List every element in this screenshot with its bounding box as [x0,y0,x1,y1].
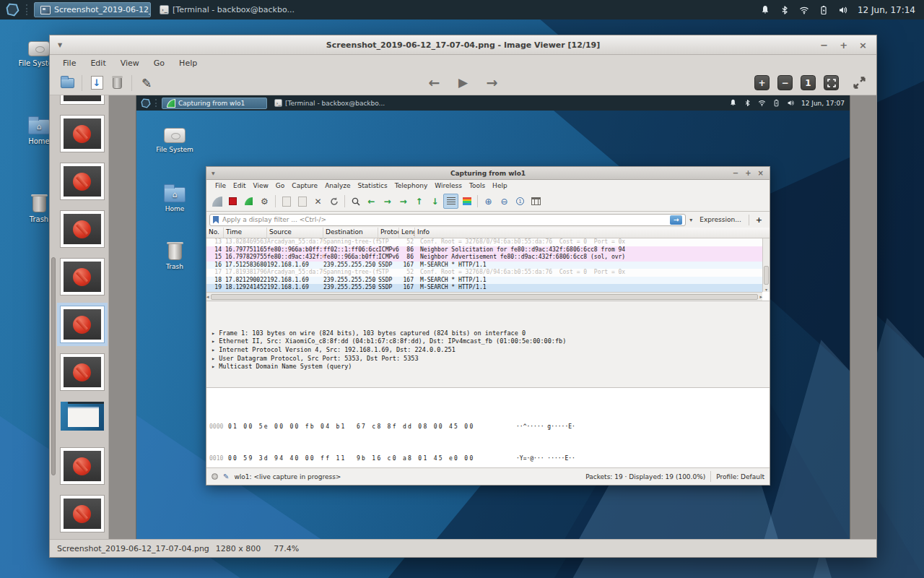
open-file-button [279,194,294,209]
zoom-out-button[interactable]: − [777,75,793,90]
taskbar-button-terminal[interactable]: ›_ [Terminal - backbox@backbo... [154,2,300,17]
broken-thumbnail-icon [73,505,91,523]
packet-row[interactable]: 16 17.512583680 192.168.1.69 239.255.255… [206,262,770,269]
delete-button[interactable] [107,73,127,92]
stop-icon [229,197,237,205]
status-dimensions: 924 x 578 [216,544,261,553]
minimize-button[interactable]: − [820,40,828,51]
apply-filter-button: → [670,215,682,225]
menu-item[interactable]: Edit [83,59,113,68]
capture-status-icon [212,473,218,480]
open-button[interactable] [57,73,77,92]
volume-icon[interactable] [838,5,848,15]
taskbar-button-image-viewer[interactable]: Screenshot_2019-06-12_17-... [34,2,151,17]
window-menu-icon[interactable]: ▼ [50,42,62,48]
close-button: × [758,169,764,177]
menu-item[interactable]: File [56,59,83,68]
thumbnail[interactable] [60,447,105,485]
resize-columns-button [528,194,544,209]
thumbnail[interactable] [60,163,105,200]
next-image-button[interactable]: → [482,73,502,92]
expert-info-icon[interactable]: ✎ [223,473,229,480]
packet-row[interactable]: 17 17.819381796 Arcadyan_55:da:76 Spanni… [206,269,770,277]
packet-detail-row[interactable]: Ethernet II, Src: XiaomiCo_c8:8f:dd (04:… [212,337,770,346]
taskbar-button-label: Screenshot_2019-06-12_17-... [54,5,151,14]
colorize-button [459,194,474,209]
menu-item[interactable]: View [113,59,147,68]
reload-icon [329,197,339,207]
inner-system-tray [729,99,795,107]
profile-text[interactable]: Profile: Default [716,473,764,480]
wireshark-toolbar: ⚙ ✕ ← → → ↑ ↓ [206,191,770,212]
forward-arrow-icon: → [487,73,498,92]
wifi-icon[interactable] [799,5,809,15]
thumbnail[interactable] [60,95,105,105]
up-arrow-icon: ↑ [415,197,422,206]
packet-row[interactable]: 14 16.797751165 fe80::966a:b0ff:fe5… ff0… [206,246,770,254]
packet-row[interactable]: 15 16.797829755 fe80::d9ac:432f:680… fe8… [206,254,770,262]
clock[interactable]: 12 Jun, 17:14 [858,5,915,15]
save-copy-button[interactable]: ↓ [87,73,107,92]
packet-row[interactable]: 13 13.828469563 Arcadyan_55:da:76 Spanni… [206,238,770,246]
thumbnail[interactable] [60,258,105,296]
previous-image-button[interactable]: ← [424,73,445,92]
status-zoom-level: 77.4% [274,544,299,553]
thumbnail[interactable] [60,495,105,532]
packet-detail-row[interactable]: Internet Protocol Version 4, Src: 192.16… [212,346,770,355]
filter-dropdown-icon: ▾ [689,217,692,223]
zoom-fit-button[interactable] [824,75,839,90]
packet-detail-row[interactable]: User Datagram Protocol, Src Port: 5353, … [212,355,770,363]
slideshow-button[interactable]: ▶ [453,73,474,92]
displayed-image: Capturing from wlo1 ›_ [Terminal - backb… [136,95,850,539]
panel-grip [26,4,27,15]
battery-icon[interactable] [819,5,829,15]
zoom-in-button[interactable]: + [754,75,770,90]
inner-taskbar-button-wireshark: Capturing from wlo1 [162,98,267,109]
thumbnail[interactable] [60,353,105,391]
horizontal-scrollbar[interactable]: ◂ ▸ [206,292,762,301]
capture-options-button: ⚙ [257,194,272,209]
desktop: File System ⌂ Home Trash Screenshot_2019… [0,0,924,578]
thumbnail[interactable] [60,115,105,152]
packet-detail-row[interactable]: Frame 1: 103 bytes on wire (824 bits), 1… [212,329,770,338]
maximize-button[interactable]: + [840,40,847,51]
applications-menu-icon[interactable] [6,3,19,17]
zoom-100-button[interactable]: 1 [801,75,816,90]
bluetooth-icon[interactable] [780,5,790,15]
viewer-titlebar[interactable]: ▼ Screenshot_2019-06-12_17-07-04.png - I… [50,35,876,55]
bookmark-icon [213,216,219,224]
fullscreen-button[interactable] [849,73,869,92]
edit-button[interactable]: ✎ [136,73,157,92]
status-filename: Screenshot_2019-06-12_17-07-04.png [57,544,209,553]
packet-row[interactable]: 19 18.129241452 192.168.1.69 239.255.255… [206,284,770,292]
system-tray [760,5,848,15]
close-file-icon: ✕ [314,197,321,206]
inner-clock: 12 Jun, 17:07 [801,100,845,107]
go-to-packet-button: → [396,194,411,209]
packet-row[interactable]: 18 17.821290022 192.168.1.69 239.255.255… [206,277,770,285]
menu-item[interactable]: Help [172,59,204,68]
pencil-icon: ✎ [141,76,152,90]
thumbnail[interactable] [60,210,105,248]
hex-row[interactable]: 000001 00 5e 00 00 fb 04 b1 67 c8 8f dd … [209,423,770,431]
thumbnail[interactable] [60,306,105,343]
close-button[interactable]: × [859,40,867,51]
zoom-100-icon: 1 [516,197,524,205]
thumbnail[interactable] [60,401,105,431]
scroll-right-icon: ▸ [759,294,762,300]
viewer-menubar: FileEditViewGoHelp [50,55,876,71]
vertical-scrollbar[interactable]: ▾ [762,238,770,292]
packet-detail-row[interactable]: Multicast Domain Name System (query) [212,363,770,371]
display-filter-input[interactable]: Apply a display filter ... <Ctrl-/> → [209,214,686,226]
stop-capture-button [225,194,240,209]
broken-thumbnail-icon [73,316,91,334]
viewer-window-title: Screenshot_2019-06-12_17-07-04.png - Ima… [50,40,876,50]
menu-item[interactable]: Go [147,59,172,68]
sidebar-scrollbar[interactable] [51,257,56,475]
menu-item: Wireless [431,182,466,189]
notifications-icon[interactable] [760,5,770,15]
inner-taskbar-button-terminal: ›_ [Terminal - backbox@backbo... [270,98,389,109]
restart-capture-button [241,194,256,209]
hex-row[interactable]: 001000 59 3d 94 40 00 ff 11 9b 16 c0 a8 … [209,454,770,462]
maximize-button: + [745,169,751,177]
